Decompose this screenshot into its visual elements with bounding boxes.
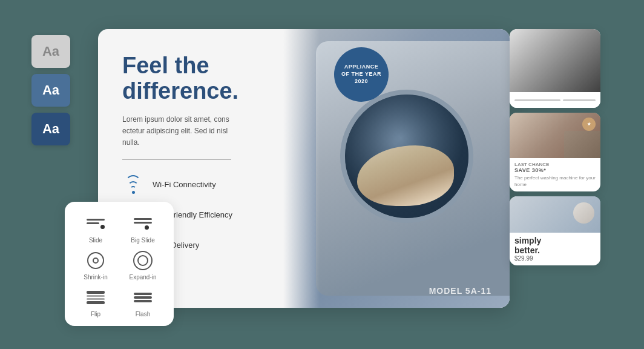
slide-right: MODEL 5A-11	[283, 29, 510, 308]
slide-fade	[283, 29, 320, 308]
badge-line3: 2020	[355, 78, 368, 85]
flip-icon	[85, 287, 107, 308]
shrink-in-icon	[85, 250, 107, 271]
panel-1-bar	[510, 92, 600, 108]
feature-wifi-text: Wi-Fi Connectivity	[153, 180, 216, 189]
panel-2[interactable]: ★ LAST CHANCE Save 30%* The perfect wash…	[510, 113, 600, 191]
anim-item-shrink-in[interactable]: Shrink-in	[74, 250, 117, 281]
model-label: MODEL 5A-11	[429, 286, 491, 296]
font-tile-2[interactable]: Aa	[31, 74, 70, 107]
right-panels: ★ LAST CHANCE Save 30%* The perfect wash…	[510, 17, 613, 332]
font-tile-1[interactable]: Aa	[31, 35, 70, 68]
panel-3-title: simply	[514, 236, 541, 245]
anim-label-big-slide: Big Slide	[131, 237, 154, 244]
font-tile-3-label: Aa	[42, 121, 59, 137]
panel-2-desc: The perfect washing machine for your hom…	[514, 174, 596, 188]
panel-3-image	[510, 196, 600, 233]
laundry	[357, 145, 454, 206]
panel-2-category: LAST CHANCE	[514, 162, 596, 167]
flash-icon	[132, 287, 154, 308]
slide-title: Feel the difference.	[122, 53, 294, 104]
animation-panel: Slide Big Slide	[65, 202, 174, 326]
panel-2-image: ★	[510, 113, 600, 158]
panel-2-title: Save 30%*	[514, 167, 596, 173]
big-slide-icon	[132, 213, 154, 234]
feature-wifi: Wi-Fi Connectivity	[122, 173, 294, 195]
anim-label-expand-in: Expand-in	[129, 274, 156, 281]
anim-item-slide[interactable]: Slide	[74, 213, 117, 244]
anim-label-flip: Flip	[91, 311, 100, 317]
anim-label-slide: Slide	[89, 237, 102, 244]
animation-grid: Slide Big Slide	[74, 213, 164, 317]
anim-item-big-slide[interactable]: Big Slide	[122, 213, 164, 244]
washer-door	[340, 90, 473, 223]
badge-line2: OF THE YEAR	[341, 71, 381, 78]
scene: Aa Aa Aa Slide	[31, 17, 613, 332]
anim-item-flash[interactable]: Flash	[122, 287, 164, 317]
expand-in-icon	[132, 250, 154, 271]
font-tile-3[interactable]: Aa	[31, 113, 70, 145]
slide-description: Lorem ipsum dolor sit amet, cons ectetur…	[122, 114, 243, 149]
anim-label-shrink-in: Shrink-in	[84, 274, 107, 281]
panel-1[interactable]	[510, 29, 600, 108]
anim-item-expand-in[interactable]: Expand-in	[122, 250, 164, 281]
panel-3-price: $29.99	[514, 255, 541, 262]
panel-1-image	[510, 29, 600, 92]
anim-item-flip[interactable]: Flip	[74, 287, 117, 317]
award-badge: APPLIANCE OF THE YEAR 2020	[334, 47, 389, 102]
font-tile-2-label: Aa	[42, 82, 59, 98]
slide-divider	[122, 159, 231, 160]
font-tile-1-label: Aa	[42, 44, 59, 59]
washer-door-inner	[345, 95, 468, 218]
wifi-icon	[122, 173, 144, 195]
panel-3-title2: better.	[514, 246, 541, 255]
panel-3-text: simply better. $29.99	[510, 233, 600, 265]
badge-line1: APPLIANCE	[344, 64, 379, 71]
slide-icon	[85, 213, 107, 234]
panel-3[interactable]: simply better. $29.99	[510, 196, 600, 265]
panel-2-badge: ★	[582, 118, 596, 131]
anim-label-flash: Flash	[136, 311, 150, 317]
slide-image: MODEL 5A-11	[283, 29, 510, 308]
panel-2-text: LAST CHANCE Save 30%* The perfect washin…	[510, 158, 600, 191]
font-panel: Aa Aa Aa	[31, 35, 70, 145]
